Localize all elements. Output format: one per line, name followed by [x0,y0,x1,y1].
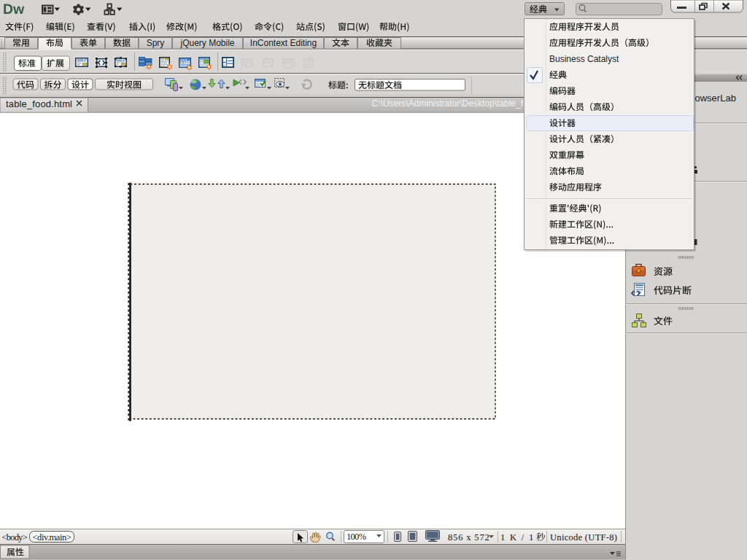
svg-text:Spry: Spry [147,38,165,48]
svg-text:jQuery Mobile: jQuery Mobile [179,38,234,48]
svg-text:<body>: <body> [2,532,28,542]
svg-text:C:\Users\Administrator\Desktop: C:\Users\Administrator\Desktop\table_f [372,98,524,109]
svg-text:1 K / 1: 1 K / 1 [500,532,535,542]
svg-text:Unicode (UTF-8): Unicode (UTF-8) [550,532,617,542]
svg-text:owserLab: owserLab [695,93,736,104]
svg-text:<div.main>: <div.main> [33,532,71,542]
svg-text:Business Catalyst: Business Catalyst [549,54,619,64]
svg-text:856 x 572: 856 x 572 [448,532,490,542]
svg-text:table_food.html: table_food.html [6,98,72,109]
svg-text:InContext Editing: InContext Editing [250,38,317,48]
svg-text:100%: 100% [347,532,366,542]
